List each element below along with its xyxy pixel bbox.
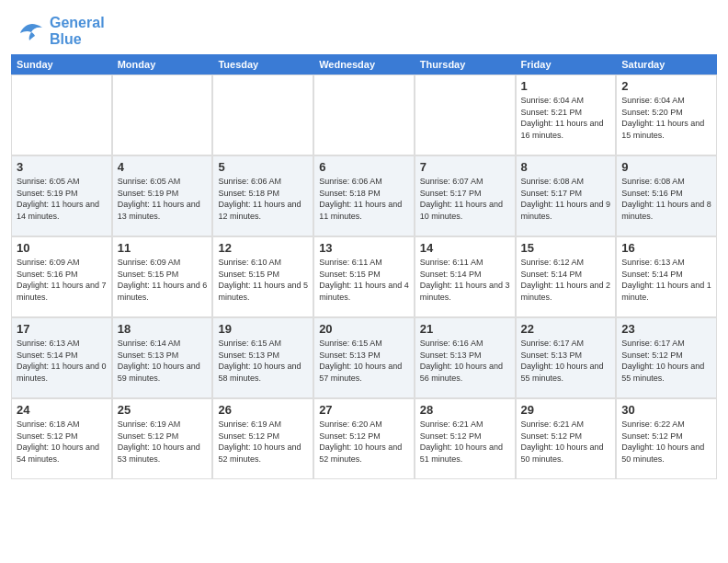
calendar-cell: 4Sunrise: 6:05 AM Sunset: 5:19 PM Daylig… xyxy=(112,155,213,236)
calendar-cell: 8Sunrise: 6:08 AM Sunset: 5:17 PM Daylig… xyxy=(516,155,617,236)
day-number: 26 xyxy=(218,403,308,417)
day-info: Sunrise: 6:05 AM Sunset: 5:19 PM Dayligh… xyxy=(17,176,107,222)
day-info: Sunrise: 6:19 AM Sunset: 5:12 PM Dayligh… xyxy=(118,419,208,465)
calendar-cell: 9Sunrise: 6:08 AM Sunset: 5:16 PM Daylig… xyxy=(616,155,717,236)
page-container: General Blue SundayMondayTuesdayWednesda… xyxy=(0,0,728,479)
day-number: 23 xyxy=(621,322,711,336)
day-number: 4 xyxy=(118,160,208,174)
day-number: 22 xyxy=(521,322,611,336)
calendar-cell: 27Sunrise: 6:20 AM Sunset: 5:12 PM Dayli… xyxy=(313,398,415,479)
day-info: Sunrise: 6:04 AM Sunset: 5:21 PM Dayligh… xyxy=(521,95,611,141)
day-info: Sunrise: 6:06 AM Sunset: 5:18 PM Dayligh… xyxy=(319,176,409,222)
day-info: Sunrise: 6:10 AM Sunset: 5:15 PM Dayligh… xyxy=(218,257,308,303)
day-number: 13 xyxy=(319,241,409,255)
calendar: SundayMondayTuesdayWednesdayThursdayFrid… xyxy=(11,54,717,479)
calendar-cell: 17Sunrise: 6:13 AM Sunset: 5:14 PM Dayli… xyxy=(11,317,112,398)
day-number: 27 xyxy=(319,403,409,417)
calendar-cell: 10Sunrise: 6:09 AM Sunset: 5:16 PM Dayli… xyxy=(11,236,112,317)
day-number: 20 xyxy=(319,322,409,336)
calendar-cell: 22Sunrise: 6:17 AM Sunset: 5:13 PM Dayli… xyxy=(516,317,617,398)
calendar-cell: 14Sunrise: 6:11 AM Sunset: 5:14 PM Dayli… xyxy=(415,236,516,317)
day-number: 8 xyxy=(521,160,611,174)
day-of-week-header: Tuesday xyxy=(212,54,313,75)
calendar-cell: 6Sunrise: 6:06 AM Sunset: 5:18 PM Daylig… xyxy=(313,155,415,236)
day-info: Sunrise: 6:04 AM Sunset: 5:20 PM Dayligh… xyxy=(621,95,711,141)
calendar-cell: 24Sunrise: 6:18 AM Sunset: 5:12 PM Dayli… xyxy=(11,398,112,479)
day-number: 16 xyxy=(621,241,711,255)
day-info: Sunrise: 6:09 AM Sunset: 5:15 PM Dayligh… xyxy=(118,257,208,303)
calendar-header: SundayMondayTuesdayWednesdayThursdayFrid… xyxy=(11,54,717,75)
day-number: 24 xyxy=(17,403,107,417)
day-info: Sunrise: 6:12 AM Sunset: 5:14 PM Dayligh… xyxy=(521,257,611,303)
calendar-cell: 15Sunrise: 6:12 AM Sunset: 5:14 PM Dayli… xyxy=(516,236,617,317)
day-number: 5 xyxy=(218,160,308,174)
calendar-cell: 20Sunrise: 6:15 AM Sunset: 5:13 PM Dayli… xyxy=(313,317,415,398)
day-number: 7 xyxy=(420,160,510,174)
day-number: 30 xyxy=(621,403,711,417)
day-info: Sunrise: 6:09 AM Sunset: 5:16 PM Dayligh… xyxy=(17,257,107,303)
day-info: Sunrise: 6:18 AM Sunset: 5:12 PM Dayligh… xyxy=(17,419,107,465)
calendar-cell: 16Sunrise: 6:13 AM Sunset: 5:14 PM Dayli… xyxy=(616,236,717,317)
calendar-cell xyxy=(11,75,112,155)
calendar-cell: 23Sunrise: 6:17 AM Sunset: 5:12 PM Dayli… xyxy=(616,317,717,398)
day-number: 19 xyxy=(218,322,308,336)
calendar-body: 1Sunrise: 6:04 AM Sunset: 5:21 PM Daylig… xyxy=(11,75,717,479)
calendar-cell xyxy=(415,75,516,155)
calendar-cell: 11Sunrise: 6:09 AM Sunset: 5:15 PM Dayli… xyxy=(112,236,213,317)
day-of-week-header: Wednesday xyxy=(313,54,415,75)
calendar-cell: 29Sunrise: 6:21 AM Sunset: 5:12 PM Dayli… xyxy=(516,398,617,479)
day-number: 2 xyxy=(621,79,711,93)
day-info: Sunrise: 6:11 AM Sunset: 5:14 PM Dayligh… xyxy=(420,257,510,303)
day-of-week-header: Saturday xyxy=(616,54,717,75)
day-number: 15 xyxy=(521,241,611,255)
calendar-cell: 18Sunrise: 6:14 AM Sunset: 5:13 PM Dayli… xyxy=(112,317,213,398)
day-info: Sunrise: 6:13 AM Sunset: 5:14 PM Dayligh… xyxy=(621,257,711,303)
day-info: Sunrise: 6:15 AM Sunset: 5:13 PM Dayligh… xyxy=(319,338,409,384)
day-number: 11 xyxy=(118,241,208,255)
calendar-cell: 19Sunrise: 6:15 AM Sunset: 5:13 PM Dayli… xyxy=(212,317,313,398)
header: General Blue xyxy=(0,0,728,54)
day-of-week-header: Thursday xyxy=(415,54,516,75)
day-info: Sunrise: 6:14 AM Sunset: 5:13 PM Dayligh… xyxy=(118,338,208,384)
day-info: Sunrise: 6:22 AM Sunset: 5:12 PM Dayligh… xyxy=(621,419,711,465)
day-info: Sunrise: 6:21 AM Sunset: 5:12 PM Dayligh… xyxy=(521,419,611,465)
logo-icon xyxy=(18,20,46,42)
calendar-cell xyxy=(313,75,415,155)
calendar-cell xyxy=(212,75,313,155)
calendar-cell: 30Sunrise: 6:22 AM Sunset: 5:12 PM Dayli… xyxy=(616,398,717,479)
calendar-cell: 3Sunrise: 6:05 AM Sunset: 5:19 PM Daylig… xyxy=(11,155,112,236)
day-info: Sunrise: 6:13 AM Sunset: 5:14 PM Dayligh… xyxy=(17,338,107,384)
day-of-week-header: Friday xyxy=(516,54,617,75)
day-number: 14 xyxy=(420,241,510,255)
calendar-cell: 21Sunrise: 6:16 AM Sunset: 5:13 PM Dayli… xyxy=(415,317,516,398)
calendar-cell: 13Sunrise: 6:11 AM Sunset: 5:15 PM Dayli… xyxy=(313,236,415,317)
day-info: Sunrise: 6:16 AM Sunset: 5:13 PM Dayligh… xyxy=(420,338,510,384)
day-info: Sunrise: 6:17 AM Sunset: 5:13 PM Dayligh… xyxy=(521,338,611,384)
day-of-week-header: Monday xyxy=(112,54,213,75)
day-number: 17 xyxy=(17,322,107,336)
day-info: Sunrise: 6:05 AM Sunset: 5:19 PM Dayligh… xyxy=(118,176,208,222)
calendar-cell: 2Sunrise: 6:04 AM Sunset: 5:20 PM Daylig… xyxy=(616,75,717,155)
day-info: Sunrise: 6:19 AM Sunset: 5:12 PM Dayligh… xyxy=(218,419,308,465)
day-info: Sunrise: 6:21 AM Sunset: 5:12 PM Dayligh… xyxy=(420,419,510,465)
day-info: Sunrise: 6:07 AM Sunset: 5:17 PM Dayligh… xyxy=(420,176,510,222)
day-info: Sunrise: 6:08 AM Sunset: 5:17 PM Dayligh… xyxy=(521,176,611,222)
calendar-cell: 25Sunrise: 6:19 AM Sunset: 5:12 PM Dayli… xyxy=(112,398,213,479)
calendar-cell: 12Sunrise: 6:10 AM Sunset: 5:15 PM Dayli… xyxy=(212,236,313,317)
logo-text: General Blue xyxy=(50,15,105,47)
calendar-cell: 1Sunrise: 6:04 AM Sunset: 5:21 PM Daylig… xyxy=(516,75,617,155)
calendar-cell: 7Sunrise: 6:07 AM Sunset: 5:17 PM Daylig… xyxy=(415,155,516,236)
day-info: Sunrise: 6:20 AM Sunset: 5:12 PM Dayligh… xyxy=(319,419,409,465)
day-info: Sunrise: 6:15 AM Sunset: 5:13 PM Dayligh… xyxy=(218,338,308,384)
day-number: 10 xyxy=(17,241,107,255)
calendar-cell xyxy=(112,75,213,155)
day-info: Sunrise: 6:11 AM Sunset: 5:15 PM Dayligh… xyxy=(319,257,409,303)
day-number: 6 xyxy=(319,160,409,174)
day-number: 12 xyxy=(218,241,308,255)
day-number: 25 xyxy=(118,403,208,417)
day-number: 28 xyxy=(420,403,510,417)
day-number: 21 xyxy=(420,322,510,336)
day-of-week-header: Sunday xyxy=(11,54,112,75)
day-number: 9 xyxy=(621,160,711,174)
day-number: 29 xyxy=(521,403,611,417)
